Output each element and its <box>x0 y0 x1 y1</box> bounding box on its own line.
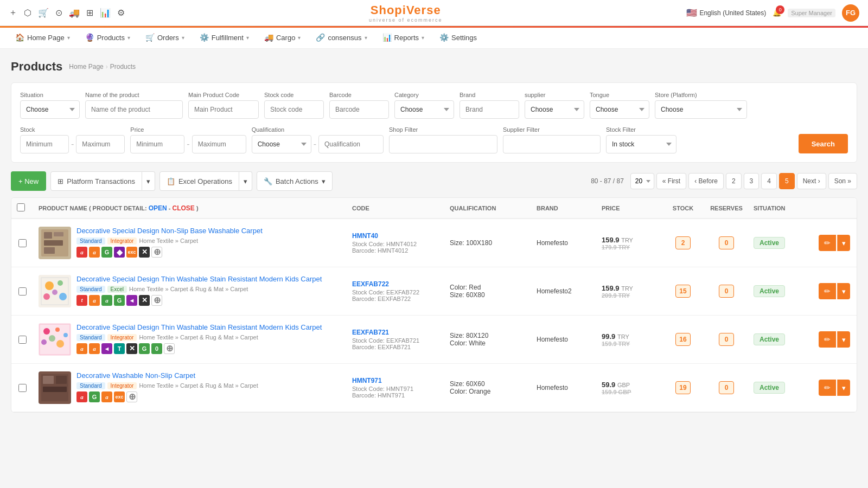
pi-a-red4[interactable]: a <box>76 391 87 402</box>
pi-a-orange[interactable]: a <box>89 247 100 258</box>
truck-icon[interactable]: 🚚 <box>69 8 80 18</box>
last-page-button[interactable]: Son » <box>828 173 857 189</box>
tongue-select[interactable]: Choose <box>590 100 649 119</box>
main-product-code-input[interactable] <box>188 100 259 119</box>
nav-fulfillment[interactable]: ⚙️ Fulfillment ▾ <box>193 28 256 48</box>
batch-actions-button[interactable]: 🔧 Batch Actions ▾ <box>257 171 333 191</box>
add-icon[interactable]: ＋ <box>9 7 17 18</box>
row1-checkbox[interactable] <box>18 239 27 247</box>
cart-icon[interactable]: 🛒 <box>38 8 49 18</box>
stock-code-input[interactable] <box>264 100 324 119</box>
pi-plus4[interactable]: ⊕ <box>126 391 137 402</box>
page-4-button[interactable]: 4 <box>761 173 777 189</box>
pi-arrow-purple[interactable]: ◄ <box>126 295 137 306</box>
nav-cargo[interactable]: 🚚 Cargo ▾ <box>258 28 307 48</box>
row3-checkbox[interactable] <box>18 336 27 344</box>
qualification-value-input[interactable] <box>318 135 384 153</box>
supplier-filter-input[interactable] <box>503 135 601 153</box>
settings-icon[interactable]: ⚙ <box>117 8 125 18</box>
notifications-button[interactable]: 🔔 0 <box>773 9 781 17</box>
pi-plus2[interactable]: ⊕ <box>151 295 162 306</box>
pi-x-dark2[interactable]: ✕ <box>139 295 150 306</box>
platform-transactions-dropdown[interactable]: ▾ <box>142 171 155 191</box>
category-select[interactable]: Choose <box>394 100 454 119</box>
nav-consensus[interactable]: 🔗 consensus ▾ <box>309 28 373 48</box>
page-2-button[interactable]: 2 <box>726 173 742 189</box>
row3-product-name[interactable]: Decorative Special Design Thin Washable … <box>76 323 341 332</box>
stock-filter-select[interactable]: In stock <box>606 135 676 153</box>
nav-home[interactable]: 🏠 Home Page ▾ <box>9 28 76 48</box>
pi-a-orange2[interactable]: a <box>89 295 100 306</box>
row2-product-name[interactable]: Decorative Special Design Thin Washable … <box>76 275 341 284</box>
row3-edit-button[interactable]: ✏ <box>819 331 836 348</box>
pi-a-red[interactable]: a <box>76 247 87 258</box>
pi-a-or4[interactable]: a <box>89 343 100 354</box>
row4-edit-button[interactable]: ✏ <box>819 380 836 396</box>
language-selector[interactable]: 🇺🇸 English (United States) <box>686 8 766 18</box>
situation-select[interactable]: Choose <box>20 100 80 119</box>
page-3-button[interactable]: 3 <box>744 173 760 189</box>
pi-a-or5[interactable]: a <box>101 391 112 402</box>
search-button[interactable]: Search <box>799 134 848 153</box>
pi-g-gr4[interactable]: G <box>89 391 100 402</box>
prev-page-button[interactable]: ‹ Before <box>688 173 724 189</box>
next-page-button[interactable]: Next › <box>797 173 826 189</box>
row2-action-dropdown[interactable]: ▾ <box>837 283 850 299</box>
supplier-select[interactable]: Choose <box>525 100 584 119</box>
row4-checkbox[interactable] <box>18 384 27 392</box>
price-min-input[interactable] <box>130 135 184 153</box>
row3-action-dropdown[interactable]: ▾ <box>837 331 850 348</box>
barcode-input[interactable] <box>329 100 389 119</box>
row1-product-name[interactable]: Decorative Special Design Non-Slip Base … <box>76 227 341 236</box>
pi-plus3[interactable]: ⊕ <box>164 343 175 354</box>
row1-edit-button[interactable]: ✏ <box>819 235 836 251</box>
pi-t-red[interactable]: t <box>76 295 87 306</box>
target-icon[interactable]: ⊙ <box>55 8 62 18</box>
price-max-input[interactable] <box>192 135 246 153</box>
stock-min-input[interactable] <box>20 135 69 153</box>
pi-a-green[interactable]: a <box>101 295 112 306</box>
qualification-select[interactable]: Choose <box>252 135 311 153</box>
row1-action-dropdown[interactable]: ▾ <box>837 235 850 251</box>
select-all-checkbox[interactable] <box>17 203 25 211</box>
close-detail-link[interactable]: Close <box>172 204 194 212</box>
store-select[interactable]: Choose <box>655 100 747 119</box>
row4-action-dropdown[interactable]: ▾ <box>837 380 850 396</box>
cube-icon[interactable]: ⬡ <box>24 8 31 18</box>
pi-arrow-pur3[interactable]: ◄ <box>101 343 112 354</box>
grid-icon[interactable]: ⊞ <box>86 8 93 18</box>
page-5-button[interactable]: 5 <box>779 173 795 189</box>
nav-orders[interactable]: 🛒 Orders ▾ <box>139 28 191 48</box>
platform-transactions-button[interactable]: ⊞ Platform Transactions <box>50 171 142 191</box>
breadcrumb-home[interactable]: Home Page <box>69 63 103 70</box>
shop-filter-input[interactable] <box>389 135 497 153</box>
pi-g-green2[interactable]: G <box>114 295 125 306</box>
pi-g-green[interactable]: G <box>101 247 112 258</box>
page-size-select[interactable]: 20 <box>630 173 654 189</box>
chart-icon[interactable]: 📊 <box>100 8 111 18</box>
nav-products[interactable]: 🔮 Products ▾ <box>79 28 137 48</box>
new-button[interactable]: + New <box>11 171 46 191</box>
first-page-button[interactable]: « First <box>656 173 686 189</box>
pi-t-teal[interactable]: T <box>114 343 125 354</box>
pi-x-dark[interactable]: ✕ <box>139 247 150 258</box>
row2-checkbox[interactable] <box>18 287 27 296</box>
pi-e-orange[interactable]: exc <box>126 247 137 258</box>
avatar[interactable]: FG <box>842 4 859 22</box>
row2-edit-button[interactable]: ✏ <box>819 283 836 299</box>
brand-input[interactable] <box>459 100 519 119</box>
row4-product-name[interactable]: Decorative Washable Non-Slip Carpet <box>76 371 341 381</box>
excel-operations-button[interactable]: 📋 Excel Operations <box>159 171 239 191</box>
stock-max-input[interactable] <box>76 135 125 153</box>
excel-operations-dropdown[interactable]: ▾ <box>239 171 252 191</box>
open-detail-link[interactable]: Open <box>149 204 167 212</box>
pi-a-or3[interactable]: a <box>76 343 87 354</box>
pi-x-dark3[interactable]: ✕ <box>126 343 137 354</box>
pi-diamond[interactable]: ◆ <box>114 247 125 258</box>
pi-e-or4[interactable]: exc <box>114 391 125 402</box>
product-name-input[interactable] <box>85 100 183 119</box>
pi-g-gr3[interactable]: G <box>139 343 150 354</box>
nav-settings[interactable]: ⚙️ Settings <box>433 28 483 48</box>
nav-reports[interactable]: 📊 Reports ▾ <box>376 28 431 48</box>
pi-0-gr[interactable]: 0 <box>151 343 162 354</box>
